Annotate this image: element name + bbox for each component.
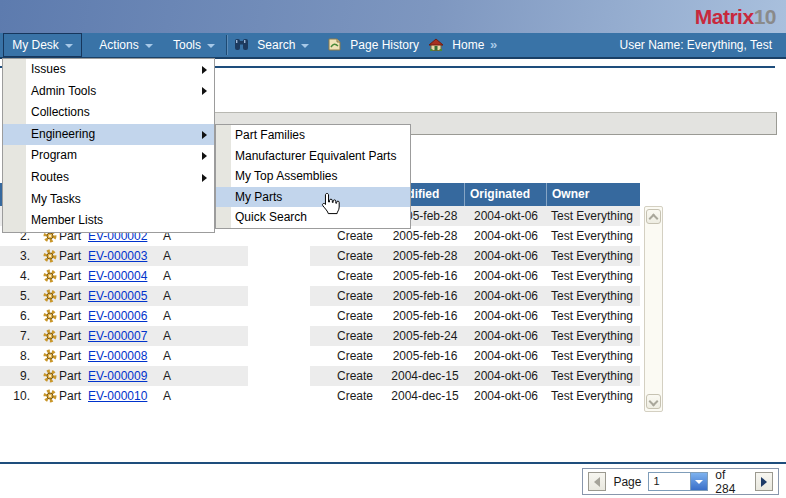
menu-item-label: My Top Assemblies <box>235 169 338 183</box>
page-history-label: Page History <box>350 38 419 52</box>
part-link[interactable]: EV-000003 <box>88 249 147 263</box>
row-originated: 2004-okt-06 <box>465 246 547 266</box>
row-owner: Test Everything <box>547 386 640 406</box>
part-link[interactable]: EV-000006 <box>88 309 147 323</box>
menu-item-label: My Parts <box>235 190 282 204</box>
row-originated: 2004-okt-06 <box>465 266 547 286</box>
row-number: 3. <box>0 246 38 266</box>
matrix10-logo: Matrix10 <box>695 5 776 29</box>
menu-item-member-lists[interactable]: Member Lists <box>3 210 214 232</box>
row-modified: 2005-feb-16 <box>385 306 465 326</box>
menu-item-my-top-assemblies[interactable]: My Top Assemblies <box>216 166 410 187</box>
menu-item-manufacturer-equivalent-parts[interactable]: Manufacturer Equivalent Parts <box>216 146 410 167</box>
row-originated: 2004-okt-06 <box>465 226 547 246</box>
user-name: User Name: Everything, Test <box>619 33 772 57</box>
chevron-down-icon <box>301 44 309 48</box>
menu-item-routes[interactable]: Routes <box>3 167 214 189</box>
row-description <box>248 366 310 386</box>
row-type-label: Part <box>59 349 81 363</box>
part-link[interactable]: EV-000008 <box>88 349 147 363</box>
row-modified: 2004-dec-15 <box>385 366 465 386</box>
search-label: Search <box>257 38 295 52</box>
part-icon <box>43 349 57 366</box>
part-link[interactable]: EV-000005 <box>88 289 147 303</box>
menu-item-label: Issues <box>31 62 66 76</box>
previous-page-button[interactable] <box>588 472 606 491</box>
menu-tools[interactable]: Tools <box>168 33 220 57</box>
page-history-icon <box>327 35 342 59</box>
page-history-button[interactable]: Page History <box>327 33 419 57</box>
row-type: Part <box>38 286 85 306</box>
submenu-arrow-icon <box>202 174 207 182</box>
part-icon <box>43 329 57 346</box>
search-button[interactable]: Search <box>234 33 309 57</box>
menu-item-label: Quick Search <box>235 210 307 224</box>
hand-cursor-icon <box>320 192 341 218</box>
menu-item-engineering[interactable]: Engineering <box>3 124 214 146</box>
row-rev: A <box>160 386 205 406</box>
page-select[interactable]: 1 <box>648 472 708 491</box>
next-page-button[interactable] <box>755 472 773 491</box>
scroll-down-button[interactable] <box>646 394 661 409</box>
part-link[interactable]: EV-000010 <box>88 389 147 403</box>
more-menus-button[interactable]: » <box>490 33 497 57</box>
footer-rule <box>0 462 786 464</box>
submenu-arrow-icon <box>202 66 207 74</box>
part-link[interactable]: EV-000007 <box>88 329 147 343</box>
row-modified: 2005-feb-28 <box>385 246 465 266</box>
menu-actions[interactable]: Actions <box>96 33 156 57</box>
row-owner: Test Everything <box>547 286 640 306</box>
row-type: Part <box>38 266 85 286</box>
double-chevron-icon: » <box>490 37 497 52</box>
vertical-scrollbar[interactable] <box>644 206 663 412</box>
menu-tools-label: Tools <box>173 38 201 52</box>
row-modified: 2005-feb-16 <box>385 266 465 286</box>
menu-item-label: Admin Tools <box>31 84 96 98</box>
row-modified: 2005-feb-24 <box>385 326 465 346</box>
menu-item-label: Collections <box>31 105 90 119</box>
table-row: 7. Part EV-000007 A Create 2005-feb-24 2… <box>0 326 640 346</box>
table-row: 6. Part EV-000006 A Create 2005-feb-16 2… <box>0 306 640 326</box>
menu-item-label: Part Families <box>235 128 305 142</box>
page-select-dropdown-button[interactable] <box>690 473 707 490</box>
row-owner: Test Everything <box>547 306 640 326</box>
table-row: 10. Part EV-000010 A Create 2004-dec-15 … <box>0 386 640 406</box>
table-row: 5. Part EV-000005 A Create 2005-feb-16 2… <box>0 286 640 306</box>
engineering-submenu: Part Families Manufacturer Equivalent Pa… <box>215 124 411 229</box>
table-header-owner: Owner <box>547 183 640 206</box>
row-type: Part <box>38 346 85 366</box>
part-link[interactable]: EV-000004 <box>88 269 147 283</box>
home-button[interactable]: Home <box>428 33 484 57</box>
menu-item-program[interactable]: Program <box>3 145 214 167</box>
menu-item-label: Program <box>31 148 77 162</box>
menu-item-admin-tools[interactable]: Admin Tools <box>3 81 214 103</box>
menu-item-part-families[interactable]: Part Families <box>216 125 410 146</box>
menu-item-quick-search[interactable]: Quick Search <box>216 207 410 228</box>
menu-item-label: Manufacturer Equivalent Parts <box>235 149 396 163</box>
home-icon <box>428 35 444 59</box>
row-type-label: Part <box>59 389 81 403</box>
submenu-arrow-icon <box>202 87 207 95</box>
row-description <box>248 346 310 366</box>
row-state: Create <box>325 326 385 346</box>
part-link[interactable]: EV-000009 <box>88 369 147 383</box>
row-modified: 2005-feb-16 <box>385 286 465 306</box>
row-state: Create <box>325 306 385 326</box>
chevron-down-icon <box>649 397 659 407</box>
menu-item-collections[interactable]: Collections <box>3 102 214 124</box>
submenu-arrow-icon <box>202 131 207 139</box>
table-body: 2005-feb-28 2004-okt-06 Test Everything … <box>0 206 640 406</box>
row-rev: A <box>160 246 205 266</box>
chevron-down-icon <box>695 480 703 484</box>
menu-item-my-parts[interactable]: My Parts <box>216 187 410 208</box>
row-owner: Test Everything <box>547 326 640 346</box>
scroll-up-button[interactable] <box>646 209 661 224</box>
menu-item-issues[interactable]: Issues <box>3 59 214 81</box>
row-type-label: Part <box>59 369 81 383</box>
row-type-label: Part <box>59 329 81 343</box>
row-state: Create <box>325 226 385 246</box>
row-rev: A <box>160 346 205 366</box>
row-number: 8. <box>0 346 38 366</box>
menu-my-desk[interactable]: My Desk <box>3 33 82 57</box>
menu-item-my-tasks[interactable]: My Tasks <box>3 189 214 211</box>
